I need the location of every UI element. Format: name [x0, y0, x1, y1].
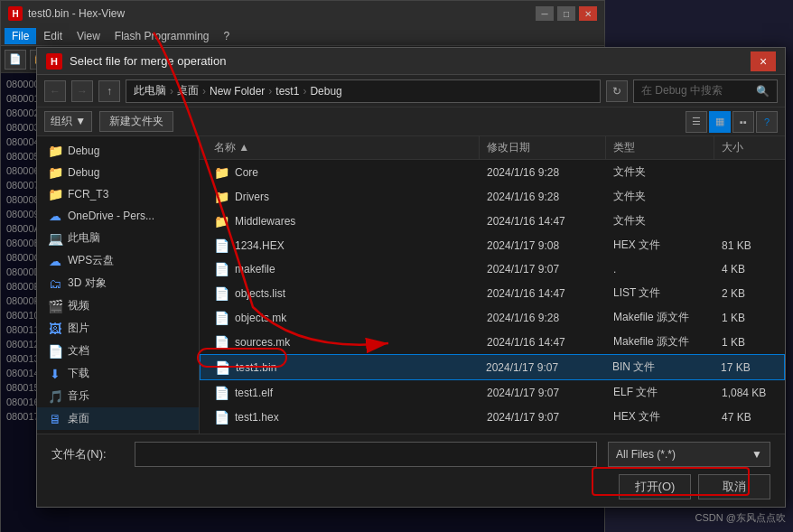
file-type-cell: .: [606, 259, 714, 279]
file-row[interactable]: 📁Drivers 2024/1/16 9:28 文件夹: [200, 184, 785, 209]
filename-input[interactable]: [135, 442, 597, 467]
dialog-title: Select file for merge operation: [70, 54, 751, 68]
sidebar-item-icon: 🖼: [48, 322, 62, 336]
hex-editor-titlebar: H test0.bin - Hex-View ─ □ ✕: [1, 1, 604, 26]
file-icon: 📄: [214, 238, 229, 253]
header-name[interactable]: 名称 ▲: [207, 136, 480, 159]
toolbar-new[interactable]: 📄: [5, 50, 26, 70]
help-button[interactable]: ?: [756, 111, 778, 133]
file-name: makefile: [235, 263, 275, 275]
file-row[interactable]: 📄1234.HEX 2024/1/17 9:08 HEX 文件 81 KB: [200, 233, 785, 257]
hex-editor-menubar: File Edit View Flash Programming ?: [1, 26, 604, 46]
nav-back-button[interactable]: ←: [44, 80, 66, 102]
sidebar-item[interactable]: ⬇下载: [37, 362, 199, 385]
file-name: test1.bin: [236, 361, 276, 374]
menu-flash-programming[interactable]: Flash Programming: [107, 28, 217, 44]
dialog-close-button[interactable]: ×: [751, 51, 776, 71]
file-name: Middlewares: [235, 215, 295, 228]
filetype-select[interactable]: All Files (*.*) ▼: [608, 442, 770, 467]
file-row[interactable]: 📄sources.mk 2024/1/16 14:47 Makefile 源文件…: [200, 330, 785, 354]
sidebar-item[interactable]: 📁FCR_T3: [37, 183, 199, 205]
file-size-cell: 4 KB: [714, 259, 778, 279]
menu-help[interactable]: ?: [217, 28, 238, 44]
sidebar-item[interactable]: 📁Debug: [37, 162, 199, 183]
breadcrumb-debug[interactable]: Debug: [310, 85, 341, 98]
minimize-button[interactable]: ─: [536, 6, 554, 21]
file-size-cell: 1 KB: [714, 307, 778, 328]
view-grid-button[interactable]: ▪▪: [732, 111, 754, 133]
file-icon: 📄: [214, 335, 229, 350]
header-size[interactable]: 大小: [714, 136, 778, 159]
folder-icon: 📁: [214, 214, 229, 229]
maximize-button[interactable]: □: [557, 6, 575, 21]
sidebar-item[interactable]: 🖥桌面: [37, 407, 199, 430]
sidebar-item[interactable]: 📁Debug: [37, 140, 199, 162]
sidebar-item[interactable]: 💻此电脑: [37, 227, 199, 249]
file-name: test1.elf: [235, 387, 273, 399]
breadcrumb-newfolder[interactable]: New Folder: [210, 85, 265, 98]
file-row[interactable]: 📁Middlewares 2024/1/16 14:47 文件夹: [200, 209, 785, 233]
close-button[interactable]: ✕: [579, 6, 597, 21]
cancel-button[interactable]: 取消: [698, 474, 770, 499]
file-icon: 📄: [214, 410, 229, 425]
sidebar-item[interactable]: 🖼图片: [37, 317, 199, 340]
sidebar-item-label: 下载: [68, 366, 89, 381]
sidebar-item[interactable]: 🎵音乐: [37, 385, 199, 407]
file-row[interactable]: 📄test1.elf 2024/1/17 9:07 ELF 文件 1,084 K…: [200, 380, 785, 405]
breadcrumb-test1[interactable]: test1: [275, 85, 299, 98]
sidebar-item[interactable]: 📄文档: [37, 340, 199, 362]
file-type-cell: Makefile 源文件: [606, 331, 714, 352]
sidebar-item-icon: 📁: [48, 165, 62, 180]
menu-edit[interactable]: Edit: [36, 28, 70, 44]
sidebar-item-icon: 📄: [48, 344, 62, 359]
file-name-cell: 📁Drivers: [207, 186, 480, 207]
app-title: test0.bin - Hex-View: [28, 7, 536, 20]
file-name-cell: 📁Middlewares: [207, 210, 480, 231]
menu-view[interactable]: View: [70, 28, 107, 44]
nav-forward-button[interactable]: →: [71, 80, 93, 102]
sidebar-item-icon: 📁: [48, 187, 62, 201]
breadcrumb-desktop[interactable]: 桌面: [177, 83, 199, 98]
sidebar-item-label: 此电脑: [68, 230, 100, 246]
header-date[interactable]: 修改日期: [480, 136, 606, 159]
search-bar[interactable]: 在 Debug 中搜索 🔍: [633, 79, 778, 103]
file-icon: 📄: [215, 360, 230, 375]
file-date-cell: 2024/1/16 9:28: [480, 186, 606, 207]
file-row[interactable]: 📄objects.mk 2024/1/16 9:28 Makefile 源文件 …: [200, 305, 785, 330]
file-name-cell: 📄test1.elf: [207, 382, 480, 403]
file-type-cell: ELF 文件: [606, 382, 714, 403]
sidebar-item-label: 视频: [68, 298, 89, 313]
sidebar-item-label: 文档: [68, 343, 89, 359]
sidebar-item-icon: 🗂: [48, 276, 62, 291]
new-folder-button[interactable]: 新建文件夹: [99, 111, 173, 132]
sidebar-item-label: 桌面: [68, 411, 89, 426]
file-row[interactable]: 📁Core 2024/1/16 9:28 文件夹: [200, 160, 785, 184]
breadcrumb-pc[interactable]: 此电脑: [134, 83, 166, 98]
csdn-watermark: CSDN @东风点点吹: [695, 511, 786, 525]
sidebar-item[interactable]: 🎬视频: [37, 294, 199, 317]
address-bar[interactable]: 此电脑 › 桌面 › New Folder › test1 › Debug: [126, 79, 601, 103]
view-list-button[interactable]: ☰: [686, 111, 707, 133]
nav-refresh-button[interactable]: ↻: [606, 80, 628, 102]
open-button[interactable]: 打开(O): [619, 474, 691, 499]
file-date-cell: 2024/1/16 14:47: [480, 283, 606, 303]
file-row[interactable]: 📄objects.list 2024/1/16 14:47 LIST 文件 2 …: [200, 281, 785, 305]
menu-file[interactable]: File: [5, 28, 36, 44]
header-type[interactable]: 类型: [606, 136, 714, 159]
file-row[interactable]: 📄test1.hex 2024/1/17 9:07 HEX 文件 47 KB: [200, 405, 785, 429]
sidebar-item[interactable]: ☁WPS云盘: [37, 249, 199, 272]
file-type-cell: HEX 文件: [606, 235, 714, 256]
sidebar-item-label: FCR_T3: [68, 188, 108, 201]
file-date-cell: 2024/1/16 9:28: [480, 307, 606, 328]
sidebar-item[interactable]: 🗂3D 对象: [37, 272, 199, 294]
organize-button[interactable]: 组织 ▼: [44, 111, 92, 132]
file-name-cell: 📄1234.HEX: [207, 235, 480, 256]
file-row[interactable]: 📄makefile 2024/1/17 9:07 . 4 KB: [200, 257, 785, 281]
view-detail-button[interactable]: ▦: [709, 111, 731, 133]
file-icon: 📄: [214, 386, 229, 400]
file-list-header: 名称 ▲ 修改日期 类型 大小: [200, 136, 785, 160]
sidebar-item[interactable]: ☁OneDrive - Pers...: [37, 205, 199, 227]
nav-up-button[interactable]: ↑: [98, 80, 120, 102]
file-date-cell: 2024/1/17 9:08: [480, 235, 606, 256]
file-row[interactable]: 📄test1.bin 2024/1/17 9:07 BIN 文件 17 KB: [200, 354, 785, 380]
